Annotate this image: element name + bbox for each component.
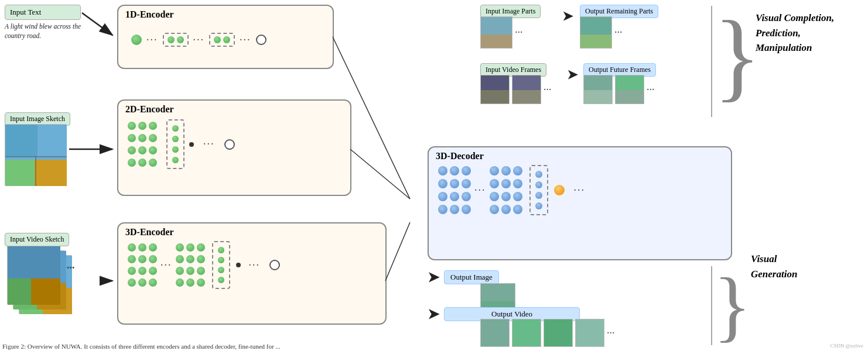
dot-1d-c2 <box>223 36 230 43</box>
output-video-label: Output Video <box>491 309 532 318</box>
output-future-frames-label: Output Future Frames <box>589 66 651 74</box>
input-video-frames-label: Input Video Frames <box>486 66 541 74</box>
ellipsis-output-video: ··· <box>607 327 615 339</box>
svg-rect-2 <box>35 160 67 186</box>
svg-rect-24 <box>584 90 613 104</box>
arrow-output-image: ➤ <box>428 269 439 285</box>
sketch-svg <box>5 125 67 186</box>
svg-rect-15 <box>481 17 512 35</box>
brace-visual-generation: } <box>713 266 751 345</box>
dashed-box-3d <box>212 241 230 289</box>
dot-grid-dec-1 <box>438 165 471 215</box>
arrow-top-1: ➤ <box>562 9 573 24</box>
svg-rect-32 <box>576 319 604 347</box>
dot-1d-b2 <box>177 36 184 43</box>
encoder-2d-label: 2D-Encoder <box>125 104 343 115</box>
video-ellipsis: ··· <box>67 262 75 274</box>
dot-grid-3d-1 <box>128 242 157 288</box>
ellipsis-1d-2: ··· <box>193 34 205 46</box>
output-future-frames-row: ··· <box>583 75 655 104</box>
svg-rect-29 <box>481 319 510 347</box>
dot-1d-1 <box>131 35 142 45</box>
ellipsis-3d-2: ··· <box>249 259 261 271</box>
encoder-2d-box: 2D-Encoder <box>117 99 351 196</box>
ellipsis-output-future: ··· <box>647 84 655 96</box>
output-token-orange <box>554 185 565 195</box>
arrow-top-2: ➤ <box>567 67 577 82</box>
input-video-frames-row: ··· <box>480 75 552 104</box>
ellipsis-img-parts: ··· <box>515 26 523 39</box>
output-remaining-parts-row: ··· <box>580 16 623 49</box>
output-image-label: Output Image <box>450 273 493 281</box>
brace-visual-completion: } <box>713 6 761 105</box>
input-image-sketch-img <box>5 124 66 185</box>
dashed-box-2d <box>166 119 184 169</box>
visual-generation-text: VisualGeneration <box>751 252 845 281</box>
input-text-box: Input Text <box>5 5 81 20</box>
encoder-1d-label: 1D-Encoder <box>125 9 326 20</box>
dashed-box-1d <box>163 33 189 47</box>
input-image-parts-label: Input Image Parts <box>486 7 535 15</box>
svg-rect-14 <box>31 278 60 305</box>
svg-rect-17 <box>580 17 612 35</box>
input-image-sketch-label: Input Image Sketch <box>10 115 65 123</box>
input-text-content: A light wind blew across the country roa… <box>5 22 81 40</box>
svg-rect-31 <box>544 319 573 347</box>
svg-rect-12 <box>8 246 60 278</box>
dot-grid-2d <box>128 121 157 168</box>
dot-grid-dec-2 <box>490 165 522 215</box>
svg-rect-22 <box>512 90 541 104</box>
output-circle-2d <box>224 139 235 150</box>
arrow-output-video: ➤ <box>428 306 439 322</box>
dashed-box-dec <box>529 165 548 215</box>
ellipsis-2d: ··· <box>203 138 215 150</box>
encoder-3d-box: 3D-Encoder ··· <box>117 222 387 325</box>
dashed-box-1d-2 <box>209 33 235 47</box>
decoder-3d-box: 3D-Decoder ··· <box>428 146 732 260</box>
output-image-box: Output Image <box>444 270 499 284</box>
svg-rect-13 <box>8 278 31 305</box>
svg-rect-20 <box>481 90 510 104</box>
ellipsis-output-remaining: ··· <box>614 26 623 39</box>
ellipsis-dec-2: ··· <box>574 184 586 197</box>
dot-1d-b1 <box>168 36 175 43</box>
diagram-container: Input Text A light wind blew across the … <box>0 0 868 351</box>
decoder-3d-label: 3D-Decoder <box>436 151 724 161</box>
output-video-thumbnails: ··· <box>480 319 615 347</box>
dot-1d-c1 <box>214 36 221 43</box>
encoder-3d-label: 3D-Encoder <box>125 227 378 238</box>
watermark: CSDN @zzfive <box>830 343 863 349</box>
encoder-1d-box: 1D-Encoder ··· ··· ··· <box>117 5 334 69</box>
video-sketch-imgs: ··· <box>5 245 98 321</box>
ellipsis-1d-3: ··· <box>240 34 251 46</box>
input-image-parts-row: ··· <box>480 16 523 49</box>
input-text-label: Input Text <box>10 8 41 16</box>
svg-rect-1 <box>5 160 35 186</box>
dot-grid-3d-2 <box>176 242 205 288</box>
svg-line-39 <box>385 222 410 281</box>
output-circle-1d <box>256 35 266 45</box>
svg-line-38 <box>350 149 410 199</box>
svg-rect-30 <box>512 319 541 347</box>
svg-rect-3 <box>5 125 37 157</box>
caption: Figure 2: Overview of NUWA. It consists … <box>2 343 281 350</box>
output-remaining-parts-label: Output Remaining Parts <box>585 7 653 15</box>
svg-rect-18 <box>580 35 612 49</box>
visual-completion-text: Visual Completion, Prediction, Manipulat… <box>756 11 855 56</box>
svg-rect-26 <box>616 90 644 104</box>
ellipsis-video-frames: ··· <box>544 84 552 96</box>
input-video-sketch-label: Input Video Sketch <box>10 235 64 243</box>
svg-line-34 <box>82 13 112 35</box>
output-circle-3d <box>269 260 280 270</box>
converge-dot-2d <box>189 142 194 147</box>
converge-dot-3d <box>236 263 241 267</box>
ellipsis-3d-1: ··· <box>160 259 172 271</box>
ellipsis-dec-1: ··· <box>474 184 486 197</box>
ellipsis-1d-1: ··· <box>146 34 158 46</box>
svg-rect-16 <box>481 35 512 49</box>
